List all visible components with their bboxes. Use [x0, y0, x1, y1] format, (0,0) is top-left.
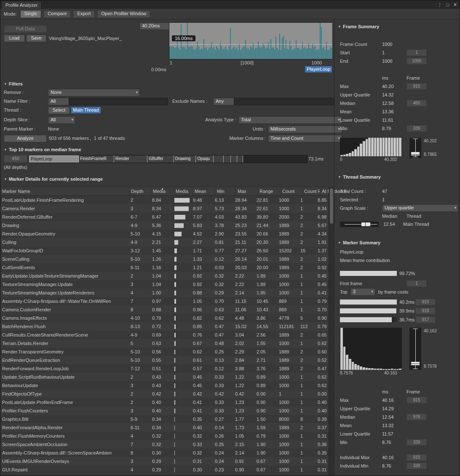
table-row[interactable]: UIEvents.IMGUIRenderOverlays30.290.310.2… — [0, 457, 329, 465]
maximize-icon[interactable]: □ — [446, 2, 449, 7]
scrollbar-thumb[interactable] — [330, 188, 333, 224]
table-row[interactable]: RenderForward.RenderLoopJob7-120.510.570… — [0, 364, 329, 373]
table-row[interactable]: WaitForJobGroupID3-121.451.710.7727.2726… — [0, 246, 329, 255]
table-row[interactable]: Camera.CustomRender80.880.960.6311.0610.… — [0, 305, 329, 314]
close-icon[interactable]: ✕ — [453, 2, 457, 8]
table-row[interactable]: Assembly-CSharp-firstpass.dll!::WaterTil… — [0, 297, 329, 305]
table-row[interactable]: EarlyUpdate.UpdateTextureStreamingManage… — [0, 272, 329, 280]
goto-frame-button[interactable]: 915 — [407, 397, 427, 404]
top10-header[interactable]: ▼Top 10 markers on median frame — [4, 146, 81, 153]
top10-segment[interactable]: GBuffer — [147, 155, 174, 163]
remove-dropdown[interactable]: None — [48, 89, 140, 96]
table-row[interactable]: CullSendEvents6-111.161.210.0320.0320.00… — [0, 263, 329, 272]
table-row[interactable]: ScreenSpaceAmbientOcclusion70.320.330.25… — [0, 440, 329, 449]
top10-segment[interactable]: Drawing — [174, 155, 196, 163]
table-row[interactable]: Render.TransparentGeometry5-100.560.620.… — [0, 348, 329, 356]
analysis-type-dropdown[interactable]: Total — [238, 116, 342, 124]
column-header[interactable]: ▲Media — [151, 187, 174, 195]
filters-header[interactable]: ▼Filters — [4, 80, 23, 88]
table-row[interactable]: FindObjectsOfType20.420.420.420.420.0011… — [0, 390, 329, 398]
mode-compare-button[interactable]: Compare — [43, 10, 71, 18]
goto-frame-button[interactable]: 339 — [407, 125, 427, 132]
top10-segment[interactable] — [231, 155, 237, 163]
main-thread-chip[interactable]: Main Thread — [71, 107, 101, 113]
goto-frame-button[interactable]: 915 — [407, 454, 427, 461]
table-row[interactable]: PostLateUpdate.FinishFrameRendering28.84… — [0, 196, 329, 204]
median-frame-button[interactable]: 450 — [4, 155, 27, 163]
table-row[interactable]: TextureStreamingManager.Update31.040.920… — [0, 280, 329, 289]
table-row[interactable]: Update.ScriptRunBehaviourUpdate20.430.45… — [0, 373, 329, 381]
goto-frame-button[interactable]: 917 — [415, 316, 436, 323]
table-row[interactable]: EndRenderQueueExtraction5-100.550.610.13… — [0, 356, 329, 364]
table-row[interactable]: RenderDeferred.GBuffer6-76.477.074.0343.… — [0, 213, 329, 221]
table-row[interactable]: CullResults.CreateSharedRendererScene4-9… — [0, 331, 329, 339]
goto-frame-button[interactable]: 339 — [407, 463, 427, 469]
table-row[interactable]: PostLateUpdate.ProfilerEndFrame20.400.41… — [0, 398, 329, 406]
depth-slice-dropdown[interactable]: All — [48, 116, 75, 124]
top10-segment[interactable]: FinishFrameR — [79, 155, 114, 163]
table-row[interactable]: RenderForwardAlpha.Render6-110.340.400.1… — [0, 423, 329, 432]
goto-frame-button[interactable]: 915 — [415, 299, 436, 305]
save-button[interactable]: Save — [26, 35, 46, 42]
tab-profile-analyzer[interactable]: Profile Analyzer — [1, 1, 42, 9]
table-row[interactable]: Culling4-92.212.270.8121.1120.30188921.9… — [0, 238, 329, 246]
marker-columns-dropdown[interactable]: Time and Count — [268, 135, 342, 142]
menu-icon[interactable]: ⋮ — [437, 2, 442, 8]
column-header[interactable]: Count — [281, 187, 302, 195]
export-button[interactable]: Export — [73, 10, 95, 18]
column-header[interactable]: Media — [174, 187, 193, 195]
frame-summary-header[interactable]: ▼Frame Summary — [334, 23, 460, 30]
goto-frame-button[interactable]: 976 — [407, 414, 427, 420]
exclude-names-input[interactable] — [234, 98, 334, 105]
table-row[interactable]: Profiler.FlushCounters30.400.410.331.230… — [0, 406, 329, 415]
thread-select-button[interactable]: Select — [48, 107, 70, 114]
table-row[interactable]: Assembly-CSharp-firstpass.dll!::ScreenSp… — [0, 449, 329, 457]
open-profiler-window-button[interactable]: Open Profiler Window — [97, 10, 150, 18]
analyze-button[interactable]: Analyze — [4, 135, 47, 142]
table-scrollbar[interactable] — [329, 187, 334, 476]
top10-segment[interactable] — [237, 155, 243, 163]
goto-frame-button[interactable]: 918 — [415, 308, 436, 314]
table-row[interactable]: Profiler.FlushMemoryCounters40.320.320.2… — [0, 432, 329, 440]
mode-single-button[interactable]: Single — [20, 10, 42, 18]
top-n-dropdown[interactable]: 3 — [350, 288, 375, 296]
units-dropdown[interactable]: Milliseconds — [268, 126, 342, 133]
table-row[interactable]: BatchRenderer.Flush8-130.720.850.4715.02… — [0, 322, 329, 331]
top10-segment[interactable]: PlayerLoop — [29, 155, 79, 163]
column-header[interactable]: Max — [236, 187, 258, 195]
column-header[interactable]: Range — [258, 187, 281, 195]
goto-frame-button[interactable]: 915 — [407, 83, 427, 90]
column-header[interactable]: Count Fra — [302, 187, 320, 195]
goto-frame-button[interactable]: 1000 — [407, 58, 427, 64]
name-filter-input[interactable] — [69, 98, 168, 105]
table-row[interactable]: GUI.Repaint40.290.300.230.900.67100010.3… — [0, 465, 329, 474]
top10-segment[interactable]: Opaqu — [196, 155, 213, 163]
goto-frame-button[interactable]: 339 — [407, 439, 427, 446]
goto-frame-button[interactable]: 450 — [407, 100, 427, 107]
selected-marker-chip[interactable]: PlayerLoop — [305, 66, 332, 72]
thread-summary-header[interactable]: ▼Thread Summary — [334, 174, 460, 180]
top10-segment[interactable] — [214, 155, 224, 163]
table-row[interactable]: Graphics.Blit5-90.340.350.271.771.508000… — [0, 415, 329, 423]
table-row[interactable]: Camera.ImageEffects4-100.790.820.624.483… — [0, 314, 329, 322]
top10-segment[interactable] — [224, 155, 231, 163]
column-header[interactable]: Depth — [129, 187, 151, 195]
table-row[interactable]: Render.OpaqueGeometry5-104.154.522.9023.… — [0, 230, 329, 238]
column-header[interactable]: Min — [215, 187, 236, 195]
thread-graph-scale-dropdown[interactable]: Upper quartile — [382, 204, 458, 212]
marker-summary-header[interactable]: ▼Marker Summary — [334, 239, 460, 246]
pull-data-button[interactable]: Pull Data — [4, 25, 47, 33]
table-row[interactable]: SceneCulling5-101.261.330.1220.1420.0118… — [0, 255, 329, 263]
table-row[interactable]: BehaviourUpdate30.430.450.331.220.891000… — [0, 381, 329, 390]
column-header[interactable]: Marker Name — [0, 187, 129, 195]
goto-frame-button[interactable]: 1 — [407, 49, 427, 56]
table-row[interactable]: Terrain.Details.Render50.630.670.482.021… — [0, 339, 329, 348]
frame-time-graph[interactable]: 16.00ms — [169, 22, 333, 59]
column-header[interactable]: Mean — [193, 187, 215, 195]
load-button[interactable]: Load — [4, 35, 25, 42]
table-row[interactable]: TextureStreamingManager.UpdateRenderers4… — [0, 289, 329, 297]
top10-segment[interactable]: Render — [114, 155, 147, 163]
table-row[interactable]: Camera.Render38.348.975.7328.3422.611000… — [0, 204, 329, 213]
table-row[interactable]: Drawing4-95.365.833.7825.2321.44188925.6… — [0, 221, 329, 230]
marker-details-header[interactable]: ▼Marker Details for currently selected r… — [4, 176, 103, 183]
